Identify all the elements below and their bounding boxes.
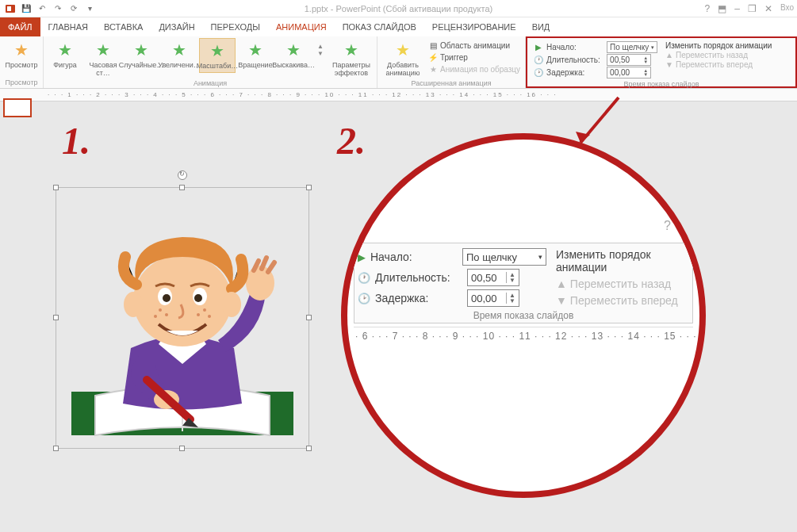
zoom-delay-input[interactable]: 00,00▲▼ bbox=[467, 289, 519, 307]
effect-spin[interactable]: ★Вращение bbox=[237, 38, 274, 71]
zoom-start-field: ▶ Начало: По щелчку▾ bbox=[358, 248, 546, 266]
zoom-start-dropdown[interactable]: По щелчку▾ bbox=[462, 248, 546, 266]
group-preview: ★ Просмотр Просмотр bbox=[0, 36, 44, 88]
painter-icon: ★ bbox=[428, 64, 438, 74]
preview-button[interactable]: ★ Просмотр bbox=[3, 38, 40, 71]
slide-thumbnail[interactable] bbox=[3, 98, 32, 117]
redo-icon[interactable]: ↷ bbox=[52, 3, 63, 14]
trigger-button[interactable]: ⚡Триггер bbox=[428, 52, 520, 63]
group-advanced-label: Расширенная анимация bbox=[381, 79, 522, 89]
save-icon[interactable]: 💾 bbox=[21, 3, 32, 14]
svg-point-16 bbox=[208, 315, 211, 318]
zoom-duration-input[interactable]: 00,50▲▼ bbox=[467, 269, 519, 286]
duration-field: 🕐 Длительность: 00,50▲▼ bbox=[534, 54, 657, 66]
resize-handle[interactable] bbox=[53, 446, 59, 451]
svg-point-18 bbox=[163, 294, 171, 302]
animation-pane-button[interactable]: ▤Область анимации bbox=[428, 40, 520, 51]
play-icon: ▶ bbox=[534, 43, 543, 52]
group-timing-label: Время показа слайдов bbox=[531, 80, 792, 90]
animation-painter-button: ★Анимация по образцу bbox=[428, 63, 520, 75]
clock-icon: 🕐 bbox=[358, 272, 370, 284]
group-preview-label: Просмотр bbox=[3, 78, 40, 88]
resize-handle[interactable] bbox=[53, 185, 59, 190]
move-earlier-button: ▲Переместить назад bbox=[665, 51, 772, 59]
zoom-ribbon-icon: ⬒ bbox=[678, 219, 688, 232]
zoom-delay-field: 🕑 Задержка: 00,00▲▼ bbox=[358, 289, 546, 307]
start-dropdown[interactable]: По щелчку▾ bbox=[607, 41, 657, 53]
group-timing: ▶ Начало: По щелчку▾ 🕐 Длительность: 00,… bbox=[526, 36, 797, 88]
delay-field: 🕑 Задержка: 00,00▲▼ bbox=[534, 67, 657, 78]
up-icon: ▲ bbox=[665, 51, 673, 59]
pane-icon: ▤ bbox=[428, 40, 438, 50]
minimize-icon[interactable]: – bbox=[734, 3, 740, 14]
reorder-header: Изменить порядок анимации bbox=[665, 41, 772, 50]
help-icon[interactable]: ? bbox=[705, 3, 711, 14]
svg-point-14 bbox=[203, 308, 206, 312]
group-animation: ★Фигура ★Часовая ст… ★Случайные… ★Увелич… bbox=[44, 36, 377, 88]
effects-more[interactable]: ▲▼ bbox=[313, 38, 328, 63]
resize-handle[interactable] bbox=[306, 185, 312, 190]
effect-zoom[interactable]: ★Масштаби… bbox=[199, 38, 236, 73]
up-icon: ▲ bbox=[556, 277, 567, 290]
tab-design[interactable]: ДИЗАЙН bbox=[151, 17, 202, 36]
tab-insert[interactable]: ВСТАВКА bbox=[96, 17, 151, 36]
effect-wheel[interactable]: ★Часовая ст… bbox=[85, 38, 121, 79]
resize-handle[interactable] bbox=[179, 185, 185, 190]
effect-random[interactable]: ★Случайные… bbox=[123, 38, 159, 71]
group-animation-label: Анимация bbox=[47, 79, 374, 89]
annotation-1: 1. bbox=[62, 119, 90, 163]
title-bar: 💾 ↶ ↷ ⟳ ▾ 1.pptx - PowerPoint (Сбой акти… bbox=[0, 0, 797, 17]
quick-access-toolbar: 💾 ↶ ↷ ⟳ ▾ bbox=[0, 3, 100, 14]
effect-grow[interactable]: ★Увеличени… bbox=[161, 38, 197, 71]
resize-handle[interactable] bbox=[306, 315, 312, 320]
tab-animation[interactable]: АНИМАЦИЯ bbox=[268, 17, 335, 36]
annotation-2: 2. bbox=[337, 119, 366, 163]
zoom-ruler: · 6 · · · 7 · · · 8 · · · 9 · · · 10 · ·… bbox=[354, 327, 693, 342]
boy-illustration bbox=[61, 193, 304, 443]
effect-shape[interactable]: ★Фигура bbox=[47, 38, 83, 71]
down-icon: ▼ bbox=[556, 294, 567, 307]
effect-options-button[interactable]: ★Параметры эффектов bbox=[329, 38, 374, 79]
reorder-block: Изменить порядок анимации ▲Переместить н… bbox=[662, 40, 775, 71]
delay-icon: 🕑 bbox=[534, 68, 543, 78]
window-controls: ? ⬒ – ❐ ✕ Вхо bbox=[705, 3, 794, 14]
start-field: ▶ Начало: По щелчку▾ bbox=[534, 41, 657, 53]
timing-fields: ▶ Начало: По щелчку▾ 🕐 Длительность: 00,… bbox=[531, 40, 661, 80]
zoom-duration-field: 🕐 Длительность: 00,50▲▼ bbox=[358, 269, 546, 286]
slide-canvas: 1. 2. bbox=[0, 101, 797, 532]
zoom-move-earlier: ▲Переместить назад bbox=[556, 277, 689, 290]
tab-file[interactable]: ФАЙЛ bbox=[0, 17, 40, 36]
svg-point-15 bbox=[197, 313, 200, 316]
repeat-icon[interactable]: ⟳ bbox=[68, 3, 79, 14]
login-link[interactable]: Вхо bbox=[780, 3, 794, 14]
tab-home[interactable]: ГЛАВНАЯ bbox=[40, 17, 96, 36]
down-icon: ▼ bbox=[665, 60, 673, 69]
resize-handle[interactable] bbox=[306, 446, 312, 451]
effect-bounce[interactable]: ★Выскакива… bbox=[275, 38, 312, 71]
duration-input[interactable]: 00,50▲▼ bbox=[607, 54, 651, 66]
clock-icon: 🕐 bbox=[534, 55, 543, 65]
resize-handle[interactable] bbox=[179, 446, 185, 451]
svg-rect-1 bbox=[7, 6, 11, 11]
zoom-help-icon: ? bbox=[664, 219, 671, 233]
resize-handle[interactable] bbox=[53, 315, 59, 320]
tab-view[interactable]: ВИД bbox=[524, 17, 558, 36]
tab-transitions[interactable]: ПЕРЕХОДЫ bbox=[203, 17, 268, 36]
selected-image[interactable] bbox=[56, 187, 309, 449]
add-animation-button[interactable]: ★Добавить анимацию bbox=[381, 38, 425, 79]
svg-point-20 bbox=[194, 294, 202, 302]
svg-point-11 bbox=[159, 308, 162, 312]
preview-icon: ★ bbox=[11, 40, 32, 60]
ribbon-options-icon[interactable]: ⬒ bbox=[718, 3, 726, 14]
tab-review[interactable]: РЕЦЕНЗИРОВАНИЕ bbox=[424, 17, 524, 36]
undo-icon[interactable]: ↶ bbox=[36, 3, 48, 14]
tab-slideshow[interactable]: ПОКАЗ СЛАЙДОВ bbox=[335, 17, 424, 36]
magnifier-callout: ? ⬒ ▶ Начало: По щелчку▾ 🕐 Длительность: bbox=[341, 133, 706, 498]
delay-input[interactable]: 00,00▲▼ bbox=[607, 67, 651, 78]
app-icon bbox=[5, 3, 16, 14]
play-icon: ▶ bbox=[358, 251, 366, 263]
qat-more-icon[interactable]: ▾ bbox=[84, 3, 95, 14]
close-icon[interactable]: ✕ bbox=[764, 3, 772, 14]
rotate-handle[interactable] bbox=[178, 170, 187, 180]
restore-icon[interactable]: ❐ bbox=[748, 3, 757, 14]
